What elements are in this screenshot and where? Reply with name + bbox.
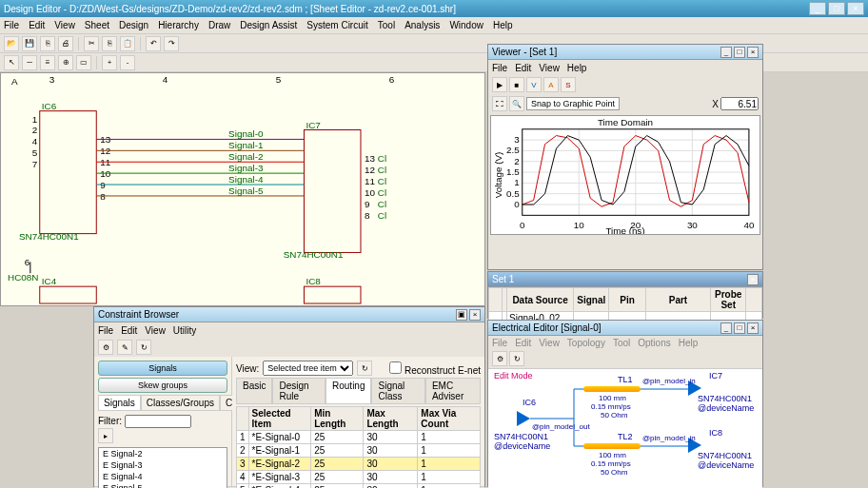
el-menu-tool[interactable]: Tool bbox=[613, 338, 630, 348]
filter-go-icon[interactable]: ▸ bbox=[98, 428, 113, 443]
maximize-button[interactable]: □ bbox=[828, 2, 845, 15]
menu-system-circuit[interactable]: System Circuit bbox=[306, 20, 367, 30]
filter-input[interactable] bbox=[125, 415, 191, 428]
el-menu-view[interactable]: View bbox=[539, 338, 560, 348]
tab-routing[interactable]: Routing bbox=[326, 378, 371, 404]
tool-bus-icon[interactable]: ≡ bbox=[40, 55, 55, 70]
minimize-button[interactable]: _ bbox=[809, 2, 826, 15]
svg-text:Cl: Cl bbox=[378, 176, 386, 186]
list-item[interactable]: E Signal-3 bbox=[99, 459, 227, 471]
tab-classes[interactable]: Classes/Groups bbox=[141, 395, 220, 411]
vw-zoom-in-icon[interactable]: 🔍 bbox=[509, 96, 524, 111]
elec-close-icon[interactable]: × bbox=[747, 322, 759, 334]
menu-sheet[interactable]: Sheet bbox=[85, 20, 109, 30]
vw-a-icon[interactable]: A bbox=[543, 77, 559, 92]
list-item[interactable]: E Signal-4 bbox=[99, 471, 227, 482]
cb-menu-utility[interactable]: Utility bbox=[173, 325, 196, 336]
vw-play-icon[interactable]: ▶ bbox=[492, 77, 507, 92]
vw-menu-view[interactable]: View bbox=[539, 63, 560, 73]
tool-net-icon[interactable]: ⊕ bbox=[58, 55, 73, 70]
vw-menu-help[interactable]: Help bbox=[567, 63, 587, 73]
el-menu-help[interactable]: Help bbox=[679, 338, 699, 348]
list-item[interactable]: E Signal-2 bbox=[99, 448, 227, 459]
menu-hierarchy[interactable]: Hierarchy bbox=[158, 20, 199, 30]
vw-menu-edit[interactable]: Edit bbox=[515, 63, 531, 73]
tab-design-rule[interactable]: Design Rule bbox=[272, 378, 326, 404]
tab-signals[interactable]: Signals bbox=[98, 395, 141, 411]
snap-select[interactable]: Snap to Graphic Point bbox=[526, 97, 620, 110]
menu-file[interactable]: File bbox=[4, 20, 19, 30]
vw-zoom-fit-icon[interactable]: ⛶ bbox=[492, 96, 507, 111]
menu-edit[interactable]: Edit bbox=[29, 20, 45, 30]
tab-basic[interactable]: Basic bbox=[236, 378, 272, 404]
cb-tool-icon[interactable]: ⚙ bbox=[98, 340, 113, 355]
vw-v-icon[interactable]: V bbox=[526, 77, 542, 92]
menu-view[interactable]: View bbox=[54, 20, 75, 30]
menu-analysis[interactable]: Analysis bbox=[404, 20, 440, 30]
el-menu-file[interactable]: File bbox=[492, 338, 507, 348]
topology-canvas[interactable]: Edit Mode IC6 @pin_model_out SN74HC00N1 … bbox=[488, 368, 762, 488]
skew-groups-button[interactable]: Skew groups bbox=[98, 378, 227, 393]
elec-max-icon[interactable]: □ bbox=[734, 322, 745, 334]
list-item[interactable]: E Signal-5 bbox=[99, 482, 227, 488]
tool-open-icon[interactable]: 📂 bbox=[4, 36, 19, 51]
menu-draw[interactable]: Draw bbox=[208, 20, 230, 30]
elec-min-icon[interactable]: _ bbox=[720, 322, 732, 334]
waveform-chart[interactable]: 01020304000.511.522.53Time DomainTime (n… bbox=[490, 115, 760, 235]
menu-window[interactable]: Window bbox=[449, 20, 483, 30]
tool-zoom-out-icon[interactable]: - bbox=[120, 55, 135, 70]
vw-s-icon[interactable]: S bbox=[561, 77, 576, 92]
cb-menu-view[interactable]: View bbox=[145, 325, 166, 336]
driver-ic6-icon[interactable] bbox=[517, 411, 530, 426]
set1-close-icon[interactable]: × bbox=[747, 274, 759, 285]
cb-menu-file[interactable]: File bbox=[98, 325, 113, 336]
svg-text:Time Domain: Time Domain bbox=[598, 117, 653, 127]
panel-close-icon[interactable]: × bbox=[469, 309, 481, 321]
tool-wire-icon[interactable]: ─ bbox=[22, 55, 37, 70]
tool-print-icon[interactable]: 🖨 bbox=[58, 36, 73, 51]
el-menu-edit[interactable]: Edit bbox=[515, 338, 531, 348]
x-input[interactable] bbox=[720, 97, 759, 110]
menu-design-assist[interactable]: Design Assist bbox=[240, 20, 297, 30]
menu-help[interactable]: Help bbox=[493, 20, 513, 30]
vw-menu-file[interactable]: File bbox=[492, 63, 507, 73]
tool-shape-icon[interactable]: ▭ bbox=[76, 55, 91, 70]
el-tool-icon[interactable]: ⚙ bbox=[492, 351, 507, 366]
cb-tool3-icon[interactable]: ↻ bbox=[136, 340, 151, 355]
viewer-min-icon[interactable]: _ bbox=[720, 47, 732, 58]
signals-button[interactable]: Signals bbox=[98, 361, 227, 376]
signal-list[interactable]: E Signal-2 E Signal-3 E Signal-4 E Signa… bbox=[98, 447, 227, 488]
el-tool2-icon[interactable]: ↻ bbox=[509, 351, 524, 366]
reconstruct-checkbox[interactable]: Reconstruct E-net bbox=[389, 361, 481, 376]
tline-tl2[interactable] bbox=[583, 443, 641, 449]
close-button[interactable]: × bbox=[847, 2, 864, 15]
menu-tool[interactable]: Tool bbox=[378, 20, 395, 30]
tool-select-icon[interactable]: ↖ bbox=[4, 55, 19, 70]
svg-rect-38 bbox=[304, 286, 361, 303]
tool-undo-icon[interactable]: ↶ bbox=[146, 36, 161, 51]
tool-zoom-in-icon[interactable]: + bbox=[102, 55, 117, 70]
tool-copy-icon[interactable]: ⎘ bbox=[102, 36, 117, 51]
tl2-len: 100 mm bbox=[599, 451, 626, 459]
tool-paste-icon[interactable]: 📋 bbox=[120, 36, 135, 51]
tab-signal-class[interactable]: Signal Class bbox=[371, 378, 424, 404]
vw-stop-icon[interactable]: ■ bbox=[509, 77, 524, 92]
schematic-canvas[interactable]: A 3456 IC6 SN74HC00N1 12457 1312111098 I… bbox=[0, 72, 485, 306]
viewer-max-icon[interactable]: □ bbox=[734, 47, 745, 58]
cb-tool2-icon[interactable]: ✎ bbox=[117, 340, 132, 355]
menu-design[interactable]: Design bbox=[119, 20, 148, 30]
view-refresh-icon[interactable]: ↻ bbox=[357, 361, 372, 376]
tool-redo-icon[interactable]: ↷ bbox=[164, 36, 179, 51]
cb-menu-edit[interactable]: Edit bbox=[121, 325, 137, 336]
tool-cut-icon[interactable]: ✂ bbox=[84, 36, 99, 51]
tool-save-all-icon[interactable]: ⎘ bbox=[40, 36, 55, 51]
tool-save-icon[interactable]: 💾 bbox=[22, 36, 37, 51]
tl1-z: 50 Ohm bbox=[601, 411, 627, 420]
viewer-close-icon[interactable]: × bbox=[747, 47, 759, 58]
el-menu-options[interactable]: Options bbox=[638, 338, 670, 348]
view-select[interactable]: Selected tree item bbox=[263, 361, 353, 376]
panel-pin-icon[interactable]: ▣ bbox=[456, 309, 467, 321]
tline-tl1[interactable] bbox=[583, 386, 641, 392]
tab-emc[interactable]: EMC Adviser bbox=[425, 378, 481, 404]
el-menu-topology[interactable]: Topology bbox=[567, 338, 605, 348]
